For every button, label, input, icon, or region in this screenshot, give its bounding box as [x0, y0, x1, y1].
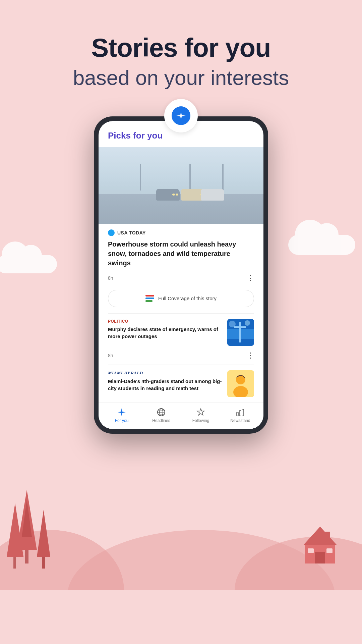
- fc-bar-red: [145, 295, 154, 297]
- svg-rect-13: [308, 548, 314, 553]
- main-article-image[interactable]: [99, 147, 263, 224]
- article-3[interactable]: Miami Herald Miami-Dade's 4th-graders st…: [99, 365, 263, 402]
- fc-bar-blue: [145, 298, 154, 299]
- bar-chart-icon: [236, 408, 245, 417]
- svg-rect-5: [25, 550, 28, 564]
- article-2-source: POLITICO: [108, 319, 222, 324]
- for-you-icon: [117, 408, 126, 417]
- phone-screen: Picks for you: [99, 121, 263, 429]
- person-image: [227, 370, 254, 397]
- svg-rect-31: [239, 411, 241, 416]
- nav-for-you[interactable]: For you: [102, 408, 141, 423]
- nav-newsstand-label: Newsstand: [230, 418, 250, 423]
- article-2-footer: 8h ⋮: [99, 351, 263, 365]
- svg-rect-7: [13, 557, 16, 569]
- svg-rect-9: [42, 557, 45, 569]
- article-2[interactable]: POLITICO Murphy declares state of emerge…: [99, 314, 263, 351]
- globe-icon: [157, 408, 166, 417]
- following-icon: [196, 408, 205, 417]
- main-article-headline[interactable]: Powerhouse storm could unleash heavy sno…: [108, 239, 254, 268]
- power-lines-image: [227, 319, 254, 346]
- snow-overlay: [99, 147, 263, 224]
- svg-point-20: [229, 321, 236, 327]
- article-2-more-menu[interactable]: ⋮: [247, 351, 254, 360]
- svg-rect-12: [315, 552, 325, 564]
- badge-inner: [172, 106, 190, 125]
- newsstand-icon: [236, 408, 245, 417]
- usa-today-logo: [108, 229, 115, 236]
- article-3-thumbnail: [227, 370, 254, 397]
- svg-rect-18: [239, 322, 241, 342]
- article-3-source: Miami Herald: [108, 370, 222, 376]
- article-2-time: 8h: [108, 353, 113, 358]
- svg-rect-15: [325, 532, 330, 539]
- nav-for-you-label: For you: [115, 418, 129, 423]
- main-article-source: USA TODAY: [117, 230, 146, 235]
- headlines-icon: [157, 408, 166, 417]
- article-2-headline: Murphy declares state of emergency, warn…: [108, 326, 222, 340]
- nav-newsstand[interactable]: Newsstand: [221, 408, 260, 423]
- svg-rect-14: [326, 548, 333, 553]
- diamond-spark-icon: [117, 408, 126, 417]
- svg-rect-19: [234, 326, 246, 328]
- svg-rect-32: [242, 409, 244, 416]
- hero-title: Stories for you: [0, 34, 362, 62]
- phone-frame: Picks for you: [94, 116, 268, 434]
- star-icon: [196, 408, 205, 417]
- hero-section: Stories for you based on your interests: [0, 0, 362, 103]
- main-article-meta: USA TODAY Powerhouse storm could unleash…: [99, 224, 263, 274]
- main-article-footer: 8h ⋮: [99, 274, 263, 287]
- svg-rect-30: [237, 412, 238, 416]
- article-3-headline: Miami-Dade's 4th-graders stand out among…: [108, 378, 222, 392]
- phone-mockup: Picks for you: [0, 116, 362, 434]
- nav-headlines[interactable]: Headlines: [141, 408, 181, 423]
- full-coverage-icon: [145, 295, 154, 302]
- spark-icon: [176, 110, 186, 121]
- article-3-text: Miami Herald Miami-Dade's 4th-graders st…: [108, 370, 222, 392]
- svg-marker-10: [303, 527, 337, 545]
- google-news-badge: [164, 99, 198, 132]
- nav-headlines-label: Headlines: [152, 418, 170, 423]
- snow-scene: [99, 147, 263, 224]
- full-coverage-button[interactable]: Full Coverage of this story: [108, 290, 254, 307]
- bottom-navigation: For you Headl: [99, 402, 263, 429]
- trees-decoration: [3, 456, 70, 590]
- full-coverage-label: Full Coverage of this story: [158, 296, 217, 301]
- source-row: USA TODAY: [108, 229, 254, 236]
- phone-content: Picks for you: [99, 121, 263, 429]
- nav-following[interactable]: Following: [181, 408, 221, 423]
- fc-bar-green: [145, 300, 153, 302]
- svg-marker-8: [37, 510, 50, 557]
- more-menu-button[interactable]: ⋮: [247, 274, 254, 282]
- main-article-time: 8h: [108, 275, 113, 281]
- house-decoration: [298, 523, 342, 564]
- nav-following-label: Following: [192, 418, 209, 423]
- svg-point-21: [245, 320, 250, 326]
- article-2-thumbnail: [227, 319, 254, 346]
- article-2-text: POLITICO Murphy declares state of emerge…: [108, 319, 222, 340]
- hero-subtitle: based on your interests: [0, 66, 362, 90]
